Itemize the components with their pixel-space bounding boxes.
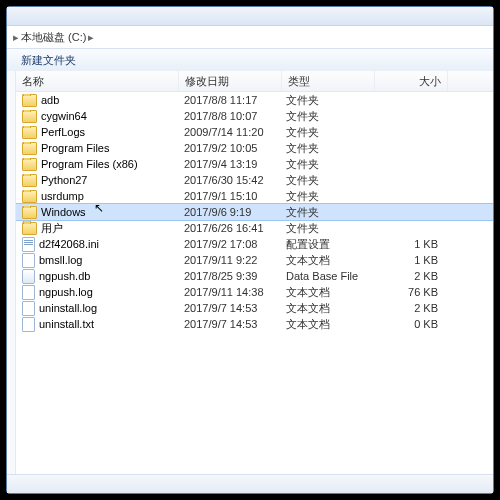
- file-type: 文本文档: [280, 317, 372, 332]
- file-row[interactable]: uninstall.log2017/9/7 14:53文本文档2 KB: [16, 300, 493, 316]
- file-name: usrdump: [41, 190, 84, 202]
- file-row[interactable]: Program Files (x86)2017/9/4 13:19文件夹: [16, 156, 493, 172]
- file-row[interactable]: Windows2017/9/6 9:19文件夹: [16, 204, 493, 220]
- file-row[interactable]: usrdump2017/9/1 15:10文件夹: [16, 188, 493, 204]
- file-name: cygwin64: [41, 110, 87, 122]
- folder-icon: [22, 110, 37, 123]
- file-date: 2017/9/2 10:05: [178, 142, 280, 154]
- file-type: 文件夹: [280, 221, 372, 236]
- col-name[interactable]: 名称: [16, 71, 179, 91]
- file-name: Program Files (x86): [41, 158, 138, 170]
- column-headers[interactable]: 名称 修改日期 类型 大小: [16, 71, 493, 92]
- folder-icon: [22, 158, 37, 171]
- file-icon: [22, 285, 35, 300]
- address-bar[interactable]: ▸ 本地磁盘 (C:) ▸: [7, 26, 493, 48]
- file-icon: [22, 237, 35, 252]
- desktop: ▸ 本地磁盘 (C:) ▸ 新建文件夹 名称 修改日期 类型 大小 adb201…: [0, 0, 500, 500]
- file-name: uninstall.log: [39, 302, 97, 314]
- file-date: 2017/9/4 13:19: [178, 158, 280, 170]
- file-name: uninstall.txt: [39, 318, 94, 330]
- file-type: 文件夹: [280, 157, 372, 172]
- nav-pane[interactable]: [7, 71, 16, 475]
- file-name: 用户: [41, 221, 63, 236]
- file-date: 2009/7/14 11:20: [178, 126, 280, 138]
- file-list[interactable]: 名称 修改日期 类型 大小 adb2017/8/8 11:17文件夹cygwin…: [16, 71, 493, 475]
- status-bar: [7, 474, 493, 493]
- file-row[interactable]: uninstall.txt2017/9/7 14:53文本文档0 KB: [16, 316, 493, 332]
- file-row[interactable]: bmsll.log2017/9/11 9:22文本文档1 KB: [16, 252, 493, 268]
- folder-icon: [22, 222, 37, 235]
- file-date: 2017/9/6 9:19: [178, 206, 280, 218]
- file-size: 1 KB: [372, 254, 444, 266]
- file-name: Program Files: [41, 142, 109, 154]
- file-date: 2017/9/7 14:53: [178, 302, 280, 314]
- file-type: 文件夹: [280, 141, 372, 156]
- file-date: 2017/9/11 9:22: [178, 254, 280, 266]
- breadcrumb-segment[interactable]: 本地磁盘 (C:): [21, 30, 86, 45]
- file-type: 配置设置: [280, 237, 372, 252]
- explorer-window: ▸ 本地磁盘 (C:) ▸ 新建文件夹 名称 修改日期 类型 大小 adb201…: [6, 6, 494, 494]
- file-row[interactable]: ngpush.log2017/9/11 14:38文本文档76 KB: [16, 284, 493, 300]
- file-date: 2017/6/30 15:42: [178, 174, 280, 186]
- file-type: 文件夹: [280, 109, 372, 124]
- folder-icon: [22, 190, 37, 203]
- file-name: adb: [41, 94, 59, 106]
- file-name: d2f42068.ini: [39, 238, 99, 250]
- file-type: 文件夹: [280, 205, 372, 220]
- file-date: 2017/8/25 9:39: [178, 270, 280, 282]
- file-icon: [22, 269, 35, 284]
- file-size: 2 KB: [372, 270, 444, 282]
- file-icon: [22, 253, 35, 268]
- file-type: Data Base File: [280, 270, 372, 282]
- file-row[interactable]: adb2017/8/8 11:17文件夹: [16, 92, 493, 108]
- file-row[interactable]: Program Files2017/9/2 10:05文件夹: [16, 140, 493, 156]
- chevron-right-icon[interactable]: ▸: [88, 31, 94, 44]
- file-name: Windows: [41, 206, 86, 218]
- file-date: 2017/8/8 11:17: [178, 94, 280, 106]
- file-row[interactable]: d2f42068.ini2017/9/2 17:08配置设置1 KB: [16, 236, 493, 252]
- file-name: bmsll.log: [39, 254, 82, 266]
- col-size[interactable]: 大小: [375, 71, 448, 91]
- file-type: 文本文档: [280, 285, 372, 300]
- file-type: 文件夹: [280, 189, 372, 204]
- file-name: Python27: [41, 174, 87, 186]
- file-size: 1 KB: [372, 238, 444, 250]
- chevron-right-icon: ▸: [13, 31, 19, 44]
- file-icon: [22, 301, 35, 316]
- file-type: 文件夹: [280, 173, 372, 188]
- file-date: 2017/8/8 10:07: [178, 110, 280, 122]
- titlebar[interactable]: [7, 7, 493, 26]
- file-icon: [22, 317, 35, 332]
- file-name: ngpush.db: [39, 270, 90, 282]
- file-name: PerfLogs: [41, 126, 85, 138]
- new-folder-button[interactable]: 新建文件夹: [15, 52, 82, 69]
- folder-icon: [22, 126, 37, 139]
- file-size: 2 KB: [372, 302, 444, 314]
- file-size: 76 KB: [372, 286, 444, 298]
- file-date: 2017/9/1 15:10: [178, 190, 280, 202]
- content-area: 名称 修改日期 类型 大小 adb2017/8/8 11:17文件夹cygwin…: [7, 71, 493, 475]
- file-type: 文件夹: [280, 93, 372, 108]
- file-size: 0 KB: [372, 318, 444, 330]
- file-row[interactable]: cygwin642017/8/8 10:07文件夹: [16, 108, 493, 124]
- file-type: 文本文档: [280, 253, 372, 268]
- folder-icon: [22, 142, 37, 155]
- col-type[interactable]: 类型: [282, 71, 375, 91]
- folder-icon: [22, 174, 37, 187]
- file-row[interactable]: Python272017/6/30 15:42文件夹: [16, 172, 493, 188]
- col-date[interactable]: 修改日期: [179, 71, 282, 91]
- file-date: 2017/9/2 17:08: [178, 238, 280, 250]
- folder-icon: [22, 206, 37, 219]
- file-type: 文件夹: [280, 125, 372, 140]
- file-type: 文本文档: [280, 301, 372, 316]
- file-date: 2017/9/7 14:53: [178, 318, 280, 330]
- file-date: 2017/9/11 14:38: [178, 286, 280, 298]
- file-date: 2017/6/26 16:41: [178, 222, 280, 234]
- toolbar: 新建文件夹: [7, 48, 493, 72]
- file-row[interactable]: ngpush.db2017/8/25 9:39Data Base File2 K…: [16, 268, 493, 284]
- file-name: ngpush.log: [39, 286, 93, 298]
- file-row[interactable]: 用户2017/6/26 16:41文件夹: [16, 220, 493, 236]
- file-row[interactable]: PerfLogs2009/7/14 11:20文件夹: [16, 124, 493, 140]
- folder-icon: [22, 94, 37, 107]
